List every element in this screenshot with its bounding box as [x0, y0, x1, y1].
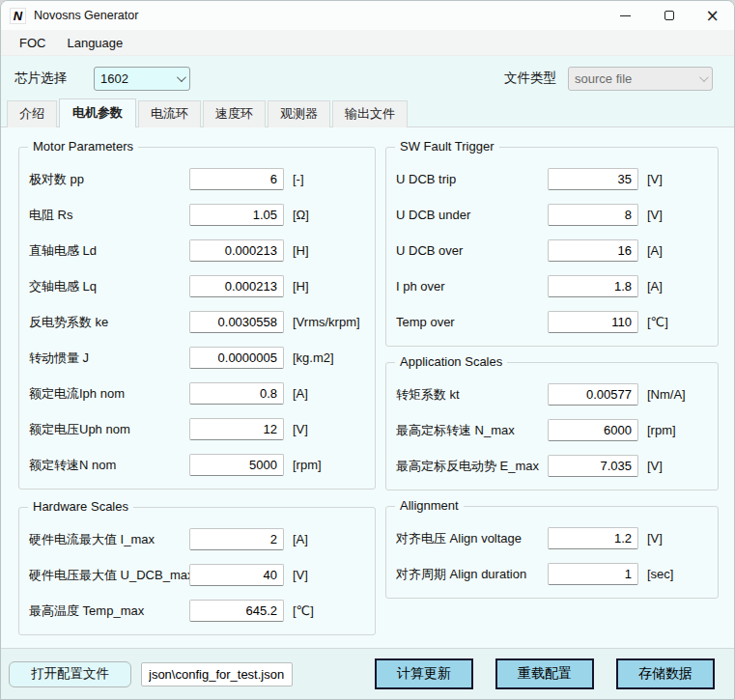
field-input[interactable] [548, 275, 638, 297]
field-label: I ph over [396, 279, 548, 294]
field-unit: [H] [284, 279, 363, 294]
open-config-button[interactable]: 打开配置文件 [9, 661, 131, 687]
menu-item-foc[interactable]: FOC [9, 33, 56, 53]
field-input[interactable] [189, 204, 284, 226]
field-unit: [kg.m2] [284, 350, 363, 365]
field-row: 反电势系数 ke[Vrms/krpm] [29, 304, 363, 340]
field-unit: [-] [284, 172, 363, 186]
field-label: U DCB over [396, 243, 548, 258]
field-input[interactable] [548, 419, 638, 441]
field-input[interactable] [548, 383, 638, 406]
field-input[interactable] [189, 168, 284, 190]
field-unit: [Ω] [284, 208, 363, 222]
field-input[interactable] [548, 168, 638, 190]
field-label: 硬件电压最大值 U_DCB_max [29, 567, 189, 584]
field-row: 额定电流Iph nom[A] [29, 376, 363, 411]
field-unit: [A] [284, 532, 363, 546]
menu-item-language[interactable]: Language [56, 33, 133, 53]
field-input[interactable] [189, 382, 284, 405]
field-unit: [rpm] [284, 458, 363, 472]
field-input[interactable] [548, 311, 638, 333]
field-unit: [V] [284, 568, 363, 582]
field-row: 额定转速N nom[rpm] [29, 447, 363, 483]
field-input[interactable] [189, 347, 284, 369]
field-input[interactable] [189, 600, 284, 622]
filetype-value: source file [575, 71, 632, 86]
field-row: 转动惯量 J[kg.m2] [29, 340, 363, 376]
field-input[interactable] [189, 454, 284, 476]
group-hardware-scales: Hardware Scales 硬件电流最大值 I_max[A]硬件电压最大值 … [18, 507, 376, 635]
group-application-scales: Application Scales 转矩系数 kt[Nm/A]最高定标转速 N… [385, 362, 719, 490]
tab-current-loop[interactable]: 电流环 [138, 100, 201, 127]
footer-bar: 打开配置文件 计算更新 重载配置 存储数据 [1, 648, 734, 699]
field-unit: [V] [638, 208, 706, 222]
field-unit: [sec] [638, 567, 706, 581]
field-input[interactable] [189, 275, 284, 297]
field-input[interactable] [548, 204, 638, 226]
field-label: 转矩系数 kt [396, 386, 548, 404]
group-title: Motor Parameters [28, 139, 138, 154]
field-row: 直轴电感 Ld[H] [29, 233, 363, 268]
field-label: Temp over [396, 315, 548, 329]
field-input[interactable] [189, 418, 284, 440]
minimize-button[interactable] [604, 1, 647, 30]
field-unit: [V] [638, 531, 706, 546]
field-label: 额定电压Uph nom [29, 421, 189, 438]
tab-motor-params[interactable]: 电机参数 [59, 98, 136, 127]
chevron-down-icon [177, 72, 186, 82]
field-row: 硬件电流最大值 I_max[A] [29, 521, 363, 557]
field-input[interactable] [189, 564, 284, 586]
field-unit: [V] [638, 172, 706, 186]
field-row: 电阻 Rs[Ω] [29, 197, 363, 233]
maximize-button[interactable] [647, 1, 691, 30]
field-input[interactable] [548, 563, 638, 585]
field-row: I ph over[A] [396, 268, 706, 304]
right-column: SW Fault Trigger U DCB trip[V]U DCB unde… [385, 147, 719, 648]
field-input[interactable] [189, 239, 284, 262]
tab-strip: 介绍 电机参数 电流环 速度环 观测器 输出文件 [1, 100, 734, 126]
chip-select-label: 芯片选择 [14, 70, 67, 87]
tab-speed-loop[interactable]: 速度环 [203, 100, 266, 127]
field-row: 对齐电压 Align voltage[V] [396, 520, 706, 556]
field-row: U DCB over[A] [396, 233, 706, 268]
group-rows: U DCB trip[V]U DCB under[V]U DCB over[A]… [396, 161, 706, 340]
field-input[interactable] [548, 527, 638, 549]
group-rows: 转矩系数 kt[Nm/A]最高定标转速 N_max[rpm]最高定标反电动势 E… [396, 377, 706, 484]
field-unit: [H] [284, 243, 363, 258]
field-unit: [V] [284, 422, 363, 436]
field-row: 交轴电感 Lq[H] [29, 268, 363, 304]
field-unit: [A] [638, 279, 706, 294]
title-bar: N Novosns Generator × [1, 1, 734, 30]
config-path-input[interactable] [141, 662, 293, 686]
field-row: 最高定标转速 N_max[rpm] [396, 412, 706, 448]
field-input[interactable] [189, 311, 284, 333]
tab-intro[interactable]: 介绍 [7, 100, 57, 127]
toolbar: 芯片选择 1602 文件类型 source file [1, 56, 734, 100]
field-unit: [A] [638, 243, 706, 258]
field-row: 额定电压Uph nom[V] [29, 411, 363, 447]
calc-update-button[interactable]: 计算更新 [375, 658, 473, 689]
field-label: 转动惯量 J [29, 350, 189, 367]
save-data-button[interactable]: 存储数据 [616, 658, 715, 689]
window-controls: × [604, 1, 734, 30]
close-button[interactable]: × [691, 1, 734, 30]
chip-select-value: 1602 [100, 71, 128, 86]
tab-observer[interactable]: 观测器 [268, 100, 330, 127]
window-title: Novosns Generator [34, 9, 138, 22]
tab-output-file[interactable]: 输出文件 [332, 100, 408, 127]
chip-select-combobox[interactable]: 1602 [94, 67, 190, 91]
field-unit: [℃] [638, 315, 706, 329]
field-label: 最高温度 Temp_max [29, 602, 189, 620]
field-label: 极对数 pp [29, 171, 189, 188]
field-label: 硬件电流最大值 I_max [29, 531, 189, 548]
group-rows: 极对数 pp[-]电阻 Rs[Ω]直轴电感 Ld[H]交轴电感 Lq[H]反电势… [29, 161, 363, 483]
group-motor-parameters: Motor Parameters 极对数 pp[-]电阻 Rs[Ω]直轴电感 L… [18, 147, 376, 490]
field-input[interactable] [548, 455, 638, 477]
field-label: 交轴电感 Lq [29, 278, 189, 295]
field-unit: [V] [638, 459, 706, 473]
field-row: 硬件电压最大值 U_DCB_max[V] [29, 557, 363, 593]
app-window: N Novosns Generator × FOC Language 芯片选择 … [0, 0, 735, 700]
reload-config-button[interactable]: 重载配置 [495, 658, 594, 689]
field-input[interactable] [548, 239, 638, 262]
field-input[interactable] [189, 528, 284, 550]
